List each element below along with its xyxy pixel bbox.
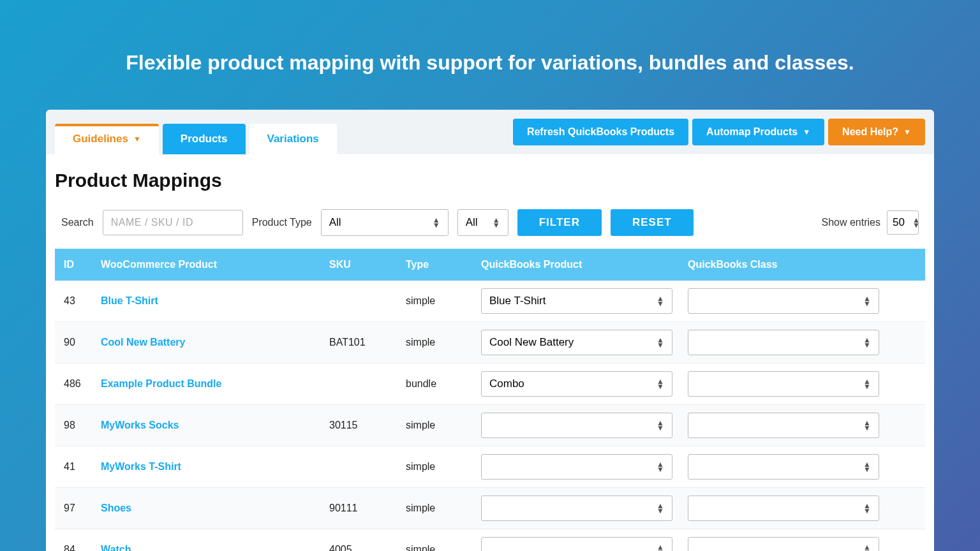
cell-product: MyWorks Socks (101, 420, 329, 431)
cell-qb-product: ▲▼ (481, 537, 688, 551)
product-link[interactable]: Watch (101, 544, 131, 551)
cell-product: MyWorks T-Shirt (101, 461, 329, 473)
cell-type: simple (406, 295, 481, 307)
qb-product-value: Cool New Battery (489, 336, 574, 349)
cell-qb-class: ▲▼ (688, 496, 916, 521)
product-type-value: All (329, 216, 341, 229)
product-link[interactable]: MyWorks Socks (101, 420, 179, 430)
qb-product-select[interactable]: Combo▲▼ (481, 371, 672, 397)
cell-id: 84 (64, 544, 101, 551)
tab-variations[interactable]: Variations (249, 124, 337, 154)
qb-class-select[interactable]: ▲▼ (688, 371, 879, 397)
qb-class-select[interactable]: ▲▼ (688, 454, 879, 480)
chevron-down-icon: ▼ (133, 135, 141, 143)
col-id: ID (64, 259, 101, 270)
cell-id: 97 (64, 503, 101, 514)
tab-guidelines[interactable]: Guidelines ▼ (55, 124, 159, 154)
show-entries-select[interactable]: 50 ▲▼ (887, 210, 919, 235)
table-row: 486Example Product BundlebundleCombo▲▼▲▼ (55, 364, 925, 405)
sort-icon: ▲▼ (657, 503, 664, 513)
cell-id: 41 (64, 461, 101, 473)
secondary-value: All (466, 216, 478, 229)
cell-type: bundle (406, 378, 481, 390)
tab-guidelines-label: Guidelines (73, 133, 128, 145)
cell-qb-product: ▲▼ (481, 413, 688, 438)
table-row: 90Cool New BatteryBAT101simpleCool New B… (55, 322, 925, 364)
content: Product Mappings Search Product Type All… (46, 154, 934, 551)
sort-icon: ▲▼ (912, 217, 920, 228)
qb-product-select[interactable]: Blue T-Shirt▲▼ (481, 288, 672, 314)
search-label: Search (61, 217, 94, 228)
col-type: Type (406, 259, 481, 270)
qb-class-select[interactable]: ▲▼ (688, 537, 879, 551)
sort-icon: ▲▼ (863, 420, 871, 430)
cell-qb-class: ▲▼ (688, 537, 916, 551)
cell-sku: 4005 (329, 544, 406, 551)
sort-icon: ▲▼ (863, 337, 871, 348)
product-type-select[interactable]: All ▲▼ (321, 209, 449, 236)
refresh-button[interactable]: Refresh QuickBooks Products (513, 119, 688, 145)
cell-id: 98 (64, 420, 101, 431)
tab-products-label: Products (181, 133, 228, 145)
cell-qb-class: ▲▼ (688, 330, 916, 355)
cell-qb-class: ▲▼ (688, 371, 916, 397)
product-link[interactable]: MyWorks T-Shirt (101, 461, 181, 472)
filter-bar: Search Product Type All ▲▼ All ▲▼ FILTER… (55, 209, 925, 249)
product-link[interactable]: Blue T-Shirt (101, 295, 158, 306)
qb-class-select[interactable]: ▲▼ (688, 413, 879, 438)
cell-qb-class: ▲▼ (688, 288, 916, 314)
automap-button[interactable]: Automap Products ▼ (692, 119, 824, 145)
sort-icon: ▲▼ (657, 545, 664, 551)
cell-sku: BAT101 (329, 337, 406, 348)
help-button[interactable]: Need Help? ▼ (828, 119, 925, 145)
cell-qb-product: Blue T-Shirt▲▼ (481, 288, 688, 314)
sort-icon: ▲▼ (863, 462, 871, 472)
tab-products[interactable]: Products (163, 124, 246, 154)
sort-icon: ▲▼ (863, 503, 871, 513)
automap-button-label: Automap Products (706, 126, 798, 138)
help-button-label: Need Help? (842, 126, 898, 138)
filter-button[interactable]: FILTER (517, 209, 602, 236)
qb-product-value: Combo (489, 378, 524, 390)
cell-qb-class: ▲▼ (688, 413, 916, 438)
qb-class-select[interactable]: ▲▼ (688, 288, 879, 314)
qb-product-value: Blue T-Shirt (489, 295, 546, 307)
qb-product-select[interactable]: Cool New Battery▲▼ (481, 330, 672, 355)
cell-product: Watch (101, 544, 329, 551)
cell-qb-product: Cool New Battery▲▼ (481, 330, 688, 355)
qb-product-select[interactable]: ▲▼ (481, 496, 672, 521)
col-product: WooCommerce Product (101, 259, 329, 270)
reset-button[interactable]: RESET (611, 209, 694, 236)
qb-product-select[interactable]: ▲▼ (481, 413, 672, 438)
search-input[interactable] (103, 210, 243, 235)
product-link[interactable]: Example Product Bundle (101, 378, 221, 389)
table-row: 43Blue T-ShirtsimpleBlue T-Shirt▲▼▲▼ (55, 281, 925, 322)
col-qb-product: QuickBooks Product (481, 259, 688, 270)
cell-qb-class: ▲▼ (688, 454, 916, 480)
sort-icon: ▲▼ (657, 462, 664, 472)
qb-class-select[interactable]: ▲▼ (688, 330, 879, 355)
cell-type: simple (406, 503, 481, 514)
sort-icon: ▲▼ (493, 217, 500, 228)
product-link[interactable]: Cool New Battery (101, 337, 185, 348)
cell-product: Blue T-Shirt (101, 295, 329, 307)
qb-product-select[interactable]: ▲▼ (481, 454, 672, 480)
qb-class-select[interactable]: ▲▼ (688, 496, 879, 521)
table-body: 43Blue T-ShirtsimpleBlue T-Shirt▲▼▲▼90Co… (55, 281, 925, 551)
secondary-select[interactable]: All ▲▼ (457, 209, 509, 236)
cell-sku: 30115 (329, 420, 406, 431)
qb-product-select[interactable]: ▲▼ (481, 537, 672, 551)
main-panel: Guidelines ▼ Products Variations Refresh… (46, 110, 934, 551)
cell-id: 43 (64, 295, 101, 307)
cell-id: 486 (64, 378, 101, 390)
cell-product: Shoes (101, 503, 329, 514)
cell-type: simple (406, 544, 481, 551)
cell-qb-product: Combo▲▼ (481, 371, 688, 397)
table-row: 98MyWorks Socks30115simple▲▼▲▼ (55, 405, 925, 446)
sort-icon: ▲▼ (863, 296, 871, 306)
topbar: Guidelines ▼ Products Variations Refresh… (46, 110, 934, 154)
cell-type: simple (406, 461, 481, 473)
cell-sku: 90111 (329, 503, 406, 514)
product-link[interactable]: Shoes (101, 503, 131, 513)
sort-icon: ▲▼ (657, 379, 664, 389)
